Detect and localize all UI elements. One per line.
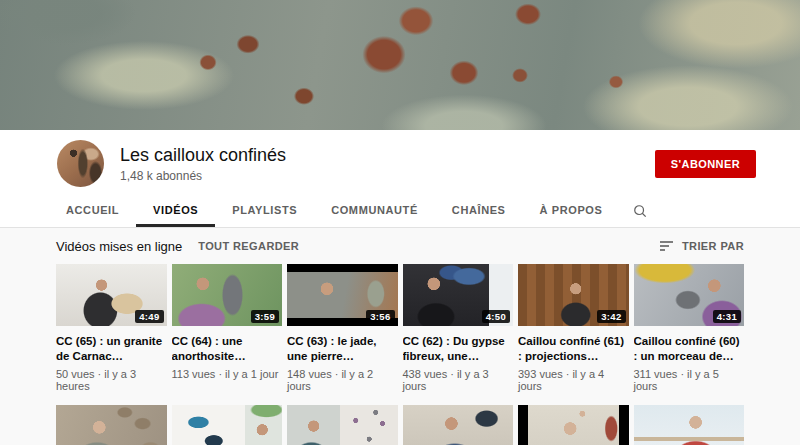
video-card: 3:56 CC (63) : le jade, une pierre ornem… (287, 264, 398, 392)
video-grid-row-2: 4:15 Caillou confiné (59) : un galet 4:3… (56, 405, 744, 445)
video-card: 4:37 Caillou confiné (58) : des (172, 405, 283, 445)
uploads-title: Vidéos mises en ligne (56, 239, 182, 254)
video-thumbnail[interactable]: 3:34 (518, 405, 629, 445)
tab-communaute[interactable]: COMMUNAUTÉ (314, 195, 435, 227)
video-thumbnail[interactable]: 4:37 (172, 405, 283, 445)
search-icon (633, 204, 647, 218)
video-card: 4:15 Caillou confiné (59) : un galet (56, 405, 167, 445)
tab-videos[interactable]: VIDÉOS (136, 195, 215, 227)
video-thumbnail[interactable]: 4:50 (403, 264, 514, 326)
video-meta: 148 vues · il y a 2 jours (287, 368, 398, 392)
channel-info: Les cailloux confinés 1,48 k abonnés (120, 144, 655, 183)
video-thumbnail[interactable]: 4:49 (56, 264, 167, 326)
video-card: 4:04 Caillou confiné (56) : une (403, 405, 514, 445)
video-thumbnail[interactable]: 4:14 (634, 405, 745, 445)
video-grid-row-1: 4:49 CC (65) : un granite de Carnac (Bre… (56, 264, 744, 392)
sort-button[interactable]: TRIER PAR (660, 240, 744, 252)
video-thumbnail[interactable]: 4:15 (56, 405, 167, 445)
tab-chaines[interactable]: CHAÎNES (435, 195, 523, 227)
uploads-section-header: Vidéos mises en ligne TOUT REGARDER TRIE… (56, 228, 744, 264)
video-duration-badge: 4:31 (713, 310, 741, 323)
subscribe-button[interactable]: S'ABONNER (655, 150, 756, 178)
subscriber-count: 1,48 k abonnés (120, 169, 655, 183)
channel-avatar (57, 140, 104, 187)
channel-name: Les cailloux confinés (120, 144, 655, 166)
video-card: 3:45 Caillou confiné (57) : un (287, 405, 398, 445)
video-duration-badge: 3:59 (251, 310, 279, 323)
video-duration-badge: 3:56 (366, 310, 394, 323)
video-thumbnail[interactable]: 4:04 (403, 405, 514, 445)
video-card: 3:59 CC (64) : une anorthosite d'Afrique… (172, 264, 283, 392)
video-thumbnail[interactable]: 3:45 (287, 405, 398, 445)
video-duration-badge: 4:50 (482, 310, 510, 323)
video-card: 4:50 CC (62) : Du gypse fibreux, une éva… (403, 264, 514, 392)
tab-accueil[interactable]: ACCUEIL (49, 195, 136, 227)
video-card: 4:14 Caillou confiné (54) : un (634, 405, 745, 445)
video-thumbnail[interactable]: 3:56 (287, 264, 398, 326)
video-meta: 50 vues · il y a 3 heures (56, 368, 167, 392)
sort-label: TRIER PAR (682, 240, 744, 252)
tab-a-propos[interactable]: À PROPOS (523, 195, 620, 227)
video-title[interactable]: Caillou confiné (61) : projections volca… (518, 334, 629, 364)
youtube-channel-page: Les cailloux confinés 1,48 k abonnés S'A… (0, 0, 800, 445)
video-title[interactable]: CC (63) : le jade, une pierre ornemental… (287, 334, 398, 364)
video-meta: 393 vues · il y a 4 jours (518, 368, 629, 392)
video-card: 3:34 Caillou confiné (55) : une (518, 405, 629, 445)
video-title[interactable]: Caillou confiné (60) : un morceau de bét… (634, 334, 745, 364)
video-thumbnail[interactable]: 3:42 (518, 264, 629, 326)
sort-icon (660, 240, 675, 252)
video-duration-badge: 4:49 (135, 310, 163, 323)
video-meta: 438 vues · il y a 3 jours (403, 368, 514, 392)
channel-header: Les cailloux confinés 1,48 k abonnés S'A… (0, 130, 800, 195)
play-all-link[interactable]: TOUT REGARDER (198, 240, 299, 252)
channel-tabs: ACCUEIL VIDÉOS PLAYLISTS COMMUNAUTÉ CHAÎ… (0, 195, 800, 228)
video-card: 3:42 Caillou confiné (61) : projections … (518, 264, 629, 392)
video-thumbnail[interactable]: 3:59 (172, 264, 283, 326)
video-thumbnail[interactable]: 4:31 (634, 264, 745, 326)
video-title[interactable]: CC (64) : une anorthosite d'Afrique du S… (172, 334, 283, 364)
video-title[interactable]: CC (62) : Du gypse fibreux, une évaporit… (403, 334, 514, 364)
video-meta: 113 vues · il y a 1 jour (172, 368, 283, 380)
channel-banner-image (0, 0, 800, 130)
video-meta: 311 vues · il y a 5 jours (634, 368, 745, 392)
video-card: 4:49 CC (65) : un granite de Carnac (Bre… (56, 264, 167, 392)
video-title[interactable]: CC (65) : un granite de Carnac (Bretagne… (56, 334, 167, 364)
videos-tab-content: Vidéos mises en ligne TOUT REGARDER TRIE… (0, 228, 800, 445)
tab-playlists[interactable]: PLAYLISTS (215, 195, 314, 227)
video-duration-badge: 3:42 (597, 310, 625, 323)
video-card: 4:31 Caillou confiné (60) : un morceau d… (634, 264, 745, 392)
channel-search-button[interactable] (619, 195, 661, 227)
